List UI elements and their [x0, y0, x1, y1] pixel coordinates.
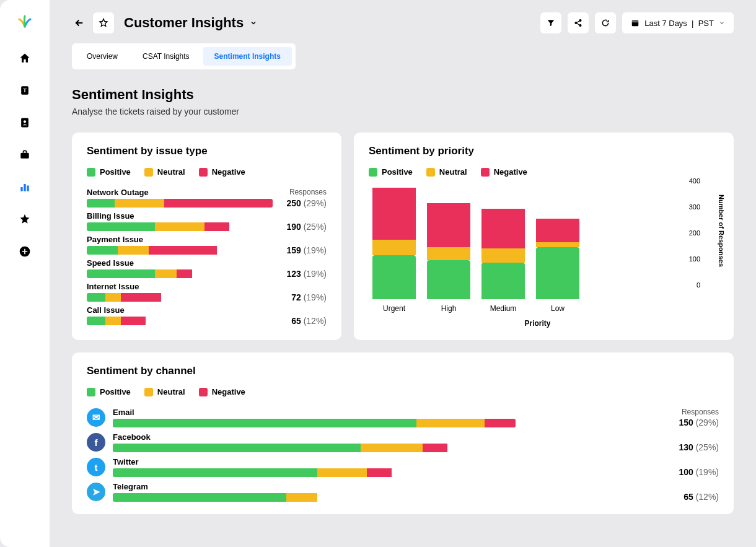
issue-value: 65 (12%) [291, 316, 327, 326]
card-title: Sentiment by priority [369, 145, 719, 157]
section-subtitle: Analyse the tickets raised by your custo… [72, 107, 734, 116]
channel-name: Facebook [113, 432, 719, 442]
channel-value: 100 (19%) [679, 467, 719, 477]
issue-name: Speed Issue [87, 258, 134, 268]
legend-negative: Negative [199, 387, 245, 396]
svg-text:T: T [23, 87, 27, 94]
main-content: Customer Insights Last 7 Days | PST Over… [50, 0, 756, 547]
legend: Positive Neutral Negative [87, 387, 719, 396]
tabs: Overview CSAT Insights Sentiment Insight… [72, 43, 296, 69]
card-title: Sentiment by channel [87, 365, 719, 377]
issue-name: Internet Issue [87, 282, 139, 291]
issue-row: Network OutageResponses250 (29%) [87, 188, 327, 208]
channel-row: fFacebook130 (25%) [87, 432, 719, 452]
legend-negative: Negative [199, 167, 245, 177]
page-title: Customer Insights [124, 15, 257, 31]
stacked-bar [113, 468, 516, 477]
issue-value: 123 (19%) [286, 269, 327, 279]
legend: Positive Neutral Negative [87, 167, 327, 177]
responses-label: Responses [289, 188, 327, 197]
chevron-down-icon[interactable] [250, 19, 257, 27]
issue-row: Billing Issue190 (25%) [87, 211, 327, 231]
stacked-bar [87, 293, 273, 302]
channel-icon: ➤ [87, 483, 105, 501]
svg-rect-6 [24, 184, 25, 191]
channel-name: Twitter [113, 457, 719, 466]
back-button[interactable] [72, 15, 87, 30]
legend-positive: Positive [87, 167, 131, 177]
page-header: Customer Insights Last 7 Days | PST [72, 12, 734, 33]
y-axis-label: Number of Responses [718, 195, 725, 267]
issue-value: 159 (19%) [286, 245, 327, 255]
priority-chart [372, 188, 719, 299]
issue-row: Payment Issue159 (19%) [87, 235, 327, 255]
favorite-button[interactable] [93, 12, 114, 33]
nav-add-icon[interactable] [19, 245, 31, 258]
legend-neutral: Neutral [426, 167, 467, 177]
filter-button[interactable] [540, 12, 561, 33]
issue-name: Payment Issue [87, 235, 143, 244]
sentiment-by-issue-card: Sentiment by issue type Positive Neutral… [72, 133, 341, 340]
nav-contact-icon[interactable] [19, 116, 31, 129]
svg-rect-12 [632, 20, 639, 26]
sentiment-by-priority-card: Sentiment by priority Positive Neutral N… [354, 133, 734, 340]
issue-row: Internet Issue72 (19%) [87, 282, 327, 302]
category-label: High [427, 304, 470, 313]
channel-icon: ✉ [87, 408, 105, 427]
nav-star-icon[interactable] [19, 213, 31, 225]
channel-row: ✉EmailResponses150 (29%) [87, 408, 719, 427]
card-title: Sentiment by issue type [87, 145, 327, 157]
channel-icon: f [87, 433, 105, 452]
channel-value: 150 (29%) [679, 418, 719, 427]
stacked-bar [87, 269, 273, 278]
nav-chart-icon[interactable] [19, 181, 31, 193]
stack-column [427, 203, 470, 299]
app-logo [15, 12, 35, 32]
refresh-button[interactable] [595, 12, 616, 33]
stacked-bar [113, 419, 516, 427]
svg-rect-7 [27, 186, 29, 191]
channel-name: Telegram [113, 482, 719, 491]
legend-positive: Positive [87, 387, 131, 396]
issue-value: 250 (29%) [286, 198, 327, 208]
nav-text-icon[interactable]: T [19, 84, 31, 97]
stack-column [372, 188, 416, 299]
issue-name: Billing Issue [87, 211, 134, 221]
date-range-selector[interactable]: Last 7 Days | PST [622, 12, 734, 33]
legend-neutral: Neutral [144, 167, 185, 177]
nav-briefcase-icon[interactable] [19, 149, 31, 161]
stack-column [536, 219, 579, 299]
svg-rect-4 [20, 153, 29, 159]
share-button[interactable] [568, 12, 589, 33]
calendar-icon [631, 19, 640, 27]
stacked-bar [87, 317, 273, 325]
stack-column [481, 209, 525, 299]
stacked-bar [113, 493, 516, 502]
stacked-bar [87, 246, 273, 255]
section-title: Sentiment Insights [72, 87, 734, 103]
tab-overview[interactable]: Overview [76, 47, 129, 66]
issue-row: Call Issue65 (12%) [87, 305, 327, 325]
nav-home-icon[interactable] [19, 52, 31, 64]
issue-row: Speed Issue123 (19%) [87, 258, 327, 278]
issue-name: Call Issue [87, 305, 125, 315]
category-label: Urgent [372, 304, 416, 313]
date-range-text: Last 7 Days | PST [644, 19, 714, 28]
issue-value: 72 (19%) [291, 292, 327, 302]
x-axis-label: Priority [356, 319, 719, 328]
y-axis-ticks: 4003002001000 [689, 177, 700, 289]
tab-csat[interactable]: CSAT Insights [131, 47, 201, 66]
category-label: Low [536, 304, 579, 313]
channel-value: 130 (25%) [679, 442, 719, 452]
issue-value: 190 (25%) [286, 222, 327, 232]
tab-sentiment[interactable]: Sentiment Insights [203, 47, 292, 66]
legend: Positive Neutral Negative [369, 167, 719, 177]
sentiment-by-channel-card: Sentiment by channel Positive Neutral Ne… [72, 352, 734, 514]
category-label: Medium [481, 304, 525, 313]
legend-negative: Negative [481, 167, 527, 177]
sidebar: T [0, 0, 50, 547]
channel-name: Email [113, 408, 719, 417]
stacked-bar [87, 222, 273, 231]
svg-rect-5 [20, 187, 22, 191]
svg-point-3 [24, 120, 26, 123]
